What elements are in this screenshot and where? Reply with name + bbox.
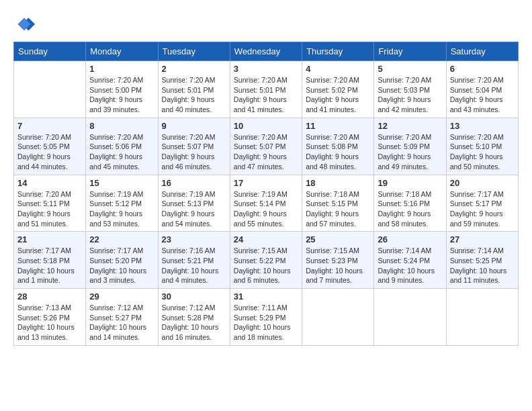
day-number: 22: [89, 234, 154, 244]
day-info: Sunrise: 7:20 AMSunset: 5:01 PMDaylight:…: [234, 75, 298, 115]
day-number: 19: [378, 178, 442, 188]
calendar-cell: 5Sunrise: 7:20 AMSunset: 5:03 PMDaylight…: [374, 61, 446, 118]
calendar-week-row: 14Sunrise: 7:20 AMSunset: 5:11 PMDayligh…: [14, 175, 519, 232]
calendar-cell: [302, 289, 374, 346]
day-info: Sunrise: 7:19 AMSunset: 5:12 PMDaylight:…: [89, 189, 154, 229]
day-info: Sunrise: 7:19 AMSunset: 5:14 PMDaylight:…: [234, 189, 298, 229]
day-info: Sunrise: 7:20 AMSunset: 5:02 PMDaylight:…: [306, 75, 370, 115]
day-info: Sunrise: 7:14 AMSunset: 5:25 PMDaylight:…: [450, 246, 515, 285]
calendar-header-row: SundayMondayTuesdayWednesdayThursdayFrid…: [14, 42, 519, 61]
day-number: 2: [162, 64, 226, 74]
calendar-cell: 22Sunrise: 7:17 AMSunset: 5:20 PMDayligh…: [86, 232, 158, 289]
calendar-cell: 3Sunrise: 7:20 AMSunset: 5:01 PMDaylight…: [230, 61, 302, 118]
calendar-cell: 25Sunrise: 7:15 AMSunset: 5:23 PMDayligh…: [302, 232, 374, 289]
day-of-week-header: Sunday: [14, 42, 86, 61]
calendar-cell: [14, 61, 86, 118]
calendar-cell: 17Sunrise: 7:19 AMSunset: 5:14 PMDayligh…: [230, 175, 302, 232]
calendar-week-row: 1Sunrise: 7:20 AMSunset: 5:00 PMDaylight…: [14, 61, 519, 118]
calendar-cell: 19Sunrise: 7:18 AMSunset: 5:16 PMDayligh…: [374, 175, 446, 232]
calendar-week-row: 7Sunrise: 7:20 AMSunset: 5:05 PMDaylight…: [14, 118, 519, 175]
day-info: Sunrise: 7:20 AMSunset: 5:03 PMDaylight:…: [378, 75, 442, 115]
day-info: Sunrise: 7:14 AMSunset: 5:24 PMDaylight:…: [378, 246, 442, 285]
day-info: Sunrise: 7:15 AMSunset: 5:23 PMDaylight:…: [306, 246, 370, 285]
day-info: Sunrise: 7:20 AMSunset: 5:09 PMDaylight:…: [378, 132, 442, 172]
calendar-cell: 29Sunrise: 7:12 AMSunset: 5:27 PMDayligh…: [86, 289, 158, 346]
day-number: 29: [89, 291, 154, 302]
calendar-cell: 11Sunrise: 7:20 AMSunset: 5:08 PMDayligh…: [302, 118, 374, 175]
calendar-cell: 18Sunrise: 7:18 AMSunset: 5:15 PMDayligh…: [302, 175, 374, 232]
day-number: 11: [306, 121, 370, 131]
calendar-cell: 30Sunrise: 7:12 AMSunset: 5:28 PMDayligh…: [158, 289, 230, 346]
calendar-cell: 27Sunrise: 7:14 AMSunset: 5:25 PMDayligh…: [446, 232, 518, 289]
day-info: Sunrise: 7:20 AMSunset: 5:00 PMDaylight:…: [89, 75, 154, 115]
day-info: Sunrise: 7:18 AMSunset: 5:15 PMDaylight:…: [306, 189, 370, 229]
day-number: 21: [17, 234, 82, 244]
calendar-cell: 7Sunrise: 7:20 AMSunset: 5:05 PMDaylight…: [14, 118, 86, 175]
calendar-cell: 1Sunrise: 7:20 AMSunset: 5:00 PMDaylight…: [86, 61, 158, 118]
day-info: Sunrise: 7:11 AMSunset: 5:29 PMDaylight:…: [234, 303, 298, 342]
day-number: 6: [450, 64, 515, 74]
day-of-week-header: Friday: [374, 42, 446, 61]
day-info: Sunrise: 7:20 AMSunset: 5:07 PMDaylight:…: [234, 132, 298, 172]
calendar-cell: 8Sunrise: 7:20 AMSunset: 5:06 PMDaylight…: [86, 118, 158, 175]
calendar-cell: 20Sunrise: 7:17 AMSunset: 5:17 PMDayligh…: [446, 175, 518, 232]
day-info: Sunrise: 7:20 AMSunset: 5:07 PMDaylight:…: [162, 132, 226, 172]
calendar-cell: 16Sunrise: 7:19 AMSunset: 5:13 PMDayligh…: [158, 175, 230, 232]
day-number: 28: [17, 291, 82, 302]
day-number: 4: [306, 64, 370, 74]
day-number: 8: [89, 121, 154, 131]
day-number: 3: [234, 64, 298, 74]
day-number: 12: [378, 121, 442, 131]
calendar-cell: 14Sunrise: 7:20 AMSunset: 5:11 PMDayligh…: [14, 175, 86, 232]
day-number: 23: [162, 234, 226, 244]
day-of-week-header: Saturday: [446, 42, 518, 61]
calendar-cell: 23Sunrise: 7:16 AMSunset: 5:21 PMDayligh…: [158, 232, 230, 289]
calendar-cell: 9Sunrise: 7:20 AMSunset: 5:07 PMDaylight…: [158, 118, 230, 175]
day-info: Sunrise: 7:12 AMSunset: 5:28 PMDaylight:…: [162, 303, 226, 342]
calendar-cell: 2Sunrise: 7:20 AMSunset: 5:01 PMDaylight…: [158, 61, 230, 118]
calendar-cell: 4Sunrise: 7:20 AMSunset: 5:02 PMDaylight…: [302, 61, 374, 118]
day-info: Sunrise: 7:15 AMSunset: 5:22 PMDaylight:…: [234, 246, 298, 285]
calendar-cell: 21Sunrise: 7:17 AMSunset: 5:18 PMDayligh…: [14, 232, 86, 289]
day-info: Sunrise: 7:17 AMSunset: 5:18 PMDaylight:…: [17, 246, 82, 285]
calendar-week-row: 28Sunrise: 7:13 AMSunset: 5:26 PMDayligh…: [14, 289, 519, 346]
day-number: 16: [162, 178, 226, 188]
logo-icon: [13, 13, 35, 35]
day-of-week-header: Monday: [86, 42, 158, 61]
day-number: 10: [234, 121, 298, 131]
calendar-cell: [374, 289, 446, 346]
day-number: 27: [450, 234, 515, 244]
day-number: 15: [89, 178, 154, 188]
day-number: 17: [234, 178, 298, 188]
calendar-cell: 6Sunrise: 7:20 AMSunset: 5:04 PMDaylight…: [446, 61, 518, 118]
day-of-week-header: Wednesday: [230, 42, 302, 61]
day-info: Sunrise: 7:17 AMSunset: 5:17 PMDaylight:…: [450, 189, 515, 229]
day-of-week-header: Tuesday: [158, 42, 230, 61]
day-number: 30: [162, 291, 226, 302]
day-number: 20: [450, 178, 515, 188]
day-info: Sunrise: 7:20 AMSunset: 5:04 PMDaylight:…: [450, 75, 515, 115]
calendar-week-row: 21Sunrise: 7:17 AMSunset: 5:18 PMDayligh…: [14, 232, 519, 289]
day-number: 1: [89, 64, 154, 74]
day-info: Sunrise: 7:19 AMSunset: 5:13 PMDaylight:…: [162, 189, 226, 229]
day-number: 18: [306, 178, 370, 188]
day-number: 24: [234, 234, 298, 244]
calendar-cell: 12Sunrise: 7:20 AMSunset: 5:09 PMDayligh…: [374, 118, 446, 175]
day-info: Sunrise: 7:20 AMSunset: 5:08 PMDaylight:…: [306, 132, 370, 172]
day-info: Sunrise: 7:16 AMSunset: 5:21 PMDaylight:…: [162, 246, 226, 285]
calendar-table: SundayMondayTuesdayWednesdayThursdayFrid…: [13, 42, 519, 346]
day-number: 9: [162, 121, 226, 131]
day-number: 7: [17, 121, 82, 131]
day-info: Sunrise: 7:20 AMSunset: 5:11 PMDaylight:…: [17, 189, 82, 229]
calendar-cell: 26Sunrise: 7:14 AMSunset: 5:24 PMDayligh…: [374, 232, 446, 289]
day-info: Sunrise: 7:20 AMSunset: 5:06 PMDaylight:…: [89, 132, 154, 172]
calendar-cell: 28Sunrise: 7:13 AMSunset: 5:26 PMDayligh…: [14, 289, 86, 346]
day-info: Sunrise: 7:20 AMSunset: 5:05 PMDaylight:…: [17, 132, 82, 172]
day-number: 25: [306, 234, 370, 244]
page-header: [13, 13, 519, 35]
day-number: 26: [378, 234, 442, 244]
calendar-cell: 31Sunrise: 7:11 AMSunset: 5:29 PMDayligh…: [230, 289, 302, 346]
day-number: 14: [17, 178, 82, 188]
day-number: 5: [378, 64, 442, 74]
calendar-cell: 24Sunrise: 7:15 AMSunset: 5:22 PMDayligh…: [230, 232, 302, 289]
